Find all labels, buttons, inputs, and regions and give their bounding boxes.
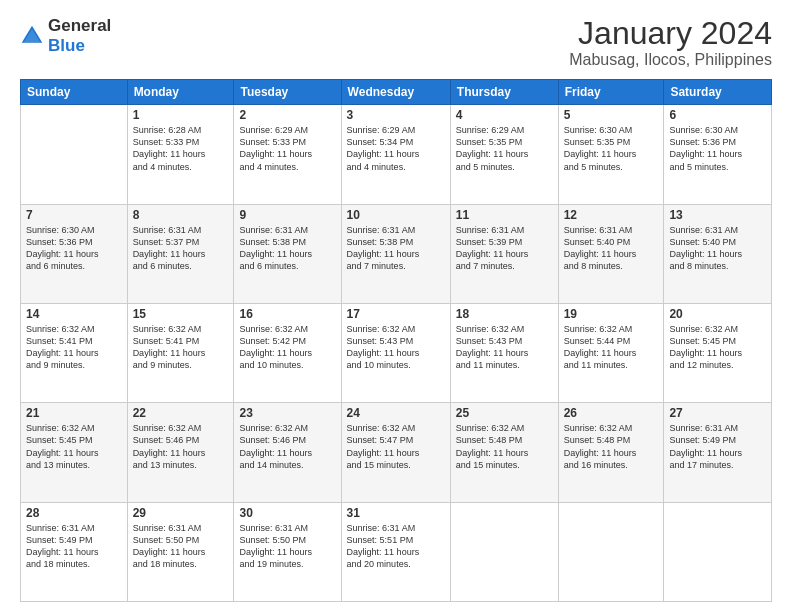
day-detail-line: and 15 minutes. [456, 459, 553, 471]
calendar-cell: 7Sunrise: 6:30 AMSunset: 5:36 PMDaylight… [21, 204, 128, 303]
day-detail-line: and 13 minutes. [133, 459, 229, 471]
calendar-cell: 13Sunrise: 6:31 AMSunset: 5:40 PMDayligh… [664, 204, 772, 303]
calendar-cell: 18Sunrise: 6:32 AMSunset: 5:43 PMDayligh… [450, 303, 558, 402]
day-detail-line: Sunset: 5:39 PM [456, 236, 553, 248]
day-detail-line: Daylight: 11 hours [239, 248, 335, 260]
day-detail-line: Sunrise: 6:31 AM [26, 522, 122, 534]
day-detail-line: Sunrise: 6:32 AM [564, 323, 659, 335]
day-number: 12 [564, 208, 659, 222]
day-detail-line: Sunrise: 6:32 AM [564, 422, 659, 434]
day-detail-line: Daylight: 11 hours [133, 148, 229, 160]
day-detail-line: Daylight: 11 hours [239, 546, 335, 558]
day-detail-line: Daylight: 11 hours [26, 546, 122, 558]
day-detail-line: Daylight: 11 hours [347, 248, 445, 260]
day-number: 30 [239, 506, 335, 520]
day-detail-line: and 19 minutes. [239, 558, 335, 570]
day-detail-line: Sunrise: 6:29 AM [456, 124, 553, 136]
day-detail-line: Sunset: 5:49 PM [26, 534, 122, 546]
day-detail-line: Daylight: 11 hours [347, 347, 445, 359]
day-detail-line: Sunrise: 6:28 AM [133, 124, 229, 136]
day-detail-line: and 4 minutes. [347, 161, 445, 173]
day-detail-line: Sunset: 5:38 PM [239, 236, 335, 248]
day-detail-line: Sunrise: 6:32 AM [133, 422, 229, 434]
day-detail-line: and 4 minutes. [133, 161, 229, 173]
calendar-cell: 9Sunrise: 6:31 AMSunset: 5:38 PMDaylight… [234, 204, 341, 303]
day-number: 16 [239, 307, 335, 321]
day-detail-line: Sunset: 5:51 PM [347, 534, 445, 546]
day-detail-line: Daylight: 11 hours [564, 248, 659, 260]
day-detail-line: Sunset: 5:48 PM [564, 434, 659, 446]
day-detail-line: and 7 minutes. [347, 260, 445, 272]
day-detail-line: and 13 minutes. [26, 459, 122, 471]
calendar-cell [450, 502, 558, 601]
day-detail-line: Sunrise: 6:31 AM [347, 224, 445, 236]
calendar-cell: 19Sunrise: 6:32 AMSunset: 5:44 PMDayligh… [558, 303, 664, 402]
day-detail-line: Sunrise: 6:31 AM [564, 224, 659, 236]
day-detail-line: Daylight: 11 hours [564, 347, 659, 359]
day-detail-line: Daylight: 11 hours [669, 248, 766, 260]
day-detail-line: and 11 minutes. [456, 359, 553, 371]
day-number: 24 [347, 406, 445, 420]
day-detail-line: Sunset: 5:40 PM [564, 236, 659, 248]
day-number: 11 [456, 208, 553, 222]
day-detail-line: Daylight: 11 hours [564, 447, 659, 459]
day-detail-line: Sunrise: 6:32 AM [26, 422, 122, 434]
day-detail-line: Daylight: 11 hours [347, 546, 445, 558]
day-number: 25 [456, 406, 553, 420]
day-detail-line: Sunset: 5:50 PM [239, 534, 335, 546]
day-detail-line: Sunset: 5:43 PM [456, 335, 553, 347]
logo-blue: Blue [48, 36, 85, 55]
day-detail-line: Sunrise: 6:32 AM [669, 323, 766, 335]
day-detail-line: Daylight: 11 hours [669, 347, 766, 359]
day-number: 3 [347, 108, 445, 122]
day-detail-line: Daylight: 11 hours [456, 248, 553, 260]
day-detail-line: Daylight: 11 hours [669, 148, 766, 160]
day-number: 1 [133, 108, 229, 122]
day-detail-line: and 8 minutes. [669, 260, 766, 272]
day-number: 8 [133, 208, 229, 222]
calendar-cell: 29Sunrise: 6:31 AMSunset: 5:50 PMDayligh… [127, 502, 234, 601]
calendar-week-row: 1Sunrise: 6:28 AMSunset: 5:33 PMDaylight… [21, 105, 772, 204]
day-detail-line: Sunrise: 6:30 AM [669, 124, 766, 136]
calendar-cell: 31Sunrise: 6:31 AMSunset: 5:51 PMDayligh… [341, 502, 450, 601]
day-number: 10 [347, 208, 445, 222]
day-detail-line: Sunrise: 6:31 AM [239, 224, 335, 236]
title-block: January 2024 Mabusag, Ilocos, Philippine… [569, 16, 772, 69]
day-number: 27 [669, 406, 766, 420]
day-number: 20 [669, 307, 766, 321]
calendar-cell: 28Sunrise: 6:31 AMSunset: 5:49 PMDayligh… [21, 502, 128, 601]
day-detail-line: and 16 minutes. [564, 459, 659, 471]
day-detail-line: Sunset: 5:36 PM [669, 136, 766, 148]
calendar-cell: 21Sunrise: 6:32 AMSunset: 5:45 PMDayligh… [21, 403, 128, 502]
day-detail-line: Sunrise: 6:32 AM [347, 422, 445, 434]
day-detail-line: and 10 minutes. [239, 359, 335, 371]
day-detail-line: Sunrise: 6:31 AM [133, 224, 229, 236]
day-number: 17 [347, 307, 445, 321]
day-detail-line: Sunset: 5:43 PM [347, 335, 445, 347]
day-number: 31 [347, 506, 445, 520]
day-detail-line: and 12 minutes. [669, 359, 766, 371]
day-number: 28 [26, 506, 122, 520]
day-detail-line: Sunrise: 6:31 AM [239, 522, 335, 534]
calendar-cell: 15Sunrise: 6:32 AMSunset: 5:41 PMDayligh… [127, 303, 234, 402]
calendar-cell: 24Sunrise: 6:32 AMSunset: 5:47 PMDayligh… [341, 403, 450, 502]
day-detail-line: Daylight: 11 hours [133, 546, 229, 558]
day-detail-line: and 9 minutes. [133, 359, 229, 371]
day-number: 5 [564, 108, 659, 122]
day-detail-line: Sunset: 5:40 PM [669, 236, 766, 248]
calendar-cell: 4Sunrise: 6:29 AMSunset: 5:35 PMDaylight… [450, 105, 558, 204]
day-detail-line: Sunset: 5:42 PM [239, 335, 335, 347]
day-detail-line: and 11 minutes. [564, 359, 659, 371]
calendar-cell: 26Sunrise: 6:32 AMSunset: 5:48 PMDayligh… [558, 403, 664, 502]
day-detail-line: Sunset: 5:46 PM [133, 434, 229, 446]
day-detail-line: Sunset: 5:41 PM [26, 335, 122, 347]
day-detail-line: and 18 minutes. [133, 558, 229, 570]
day-number: 26 [564, 406, 659, 420]
calendar-cell: 12Sunrise: 6:31 AMSunset: 5:40 PMDayligh… [558, 204, 664, 303]
day-detail-line: Sunset: 5:45 PM [669, 335, 766, 347]
day-detail-line: Sunset: 5:35 PM [564, 136, 659, 148]
calendar-day-header: Friday [558, 80, 664, 105]
day-number: 22 [133, 406, 229, 420]
calendar-header-row: SundayMondayTuesdayWednesdayThursdayFrid… [21, 80, 772, 105]
day-detail-line: Sunset: 5:44 PM [564, 335, 659, 347]
